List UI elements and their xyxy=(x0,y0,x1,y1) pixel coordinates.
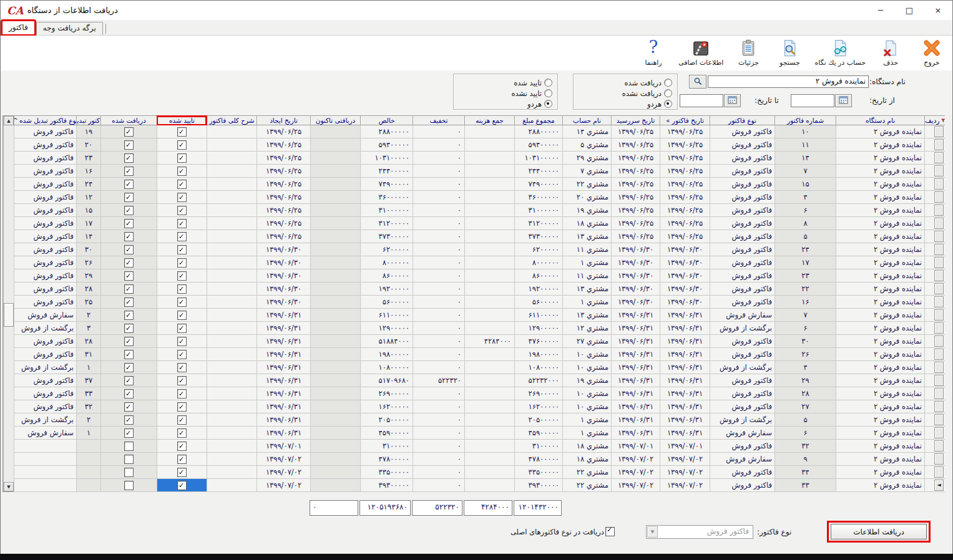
cell-device[interactable]: نماینده فروش ۲ xyxy=(836,125,924,138)
cell-rowsel[interactable] xyxy=(924,204,945,217)
cell-desc[interactable] xyxy=(207,400,257,413)
cell-no[interactable]: ۶ xyxy=(775,427,836,440)
exit-button[interactable]: خروج xyxy=(911,37,952,67)
cell-no[interactable]: ۷ xyxy=(775,309,836,322)
cell-no[interactable]: ۲۹ xyxy=(775,374,836,387)
column-header-total[interactable]: مجموع مبلغ xyxy=(514,116,562,125)
cell-desc[interactable] xyxy=(207,165,257,178)
row-selector[interactable] xyxy=(934,152,944,163)
cell-account[interactable]: مشتري ۲۰ xyxy=(562,191,611,204)
cell-account[interactable]: مشتري ۱ xyxy=(562,427,611,440)
cell-expense[interactable] xyxy=(464,309,514,322)
cell-due_date[interactable]: ۱۳۹۹/۰۶/۳۱ xyxy=(611,335,660,348)
cell-net[interactable]: ۴۵۹۰۰۰۰۰ xyxy=(360,427,413,440)
cell-created[interactable]: ۱۳۹۹/۰۶/۳۰ xyxy=(257,243,310,256)
cell-received[interactable] xyxy=(100,479,157,492)
cell-received_amt[interactable] xyxy=(310,152,360,165)
cell-inv_date[interactable]: ۱۳۹۹/۰۶/۳۰ xyxy=(660,296,710,309)
cell-expense[interactable] xyxy=(464,269,514,282)
cell-total[interactable]: ۳۱۰۰۰۰۰۰ xyxy=(514,204,562,217)
cell-conv_type[interactable]: فاکتور فروش xyxy=(14,400,76,413)
cell-rowsel[interactable] xyxy=(924,413,945,427)
cell-due_date[interactable]: ۱۳۹۹/۰۶/۲۵ xyxy=(611,138,660,152)
cell-total[interactable]: ۱۹۲۰۰۰۰۰ xyxy=(514,282,562,296)
column-header-rowsel[interactable]: ردیف xyxy=(924,116,945,125)
cell-type[interactable]: سفارش فروش xyxy=(710,427,775,440)
received-checkbox[interactable] xyxy=(124,245,134,254)
cell-received[interactable] xyxy=(100,335,157,348)
cell-confirmed[interactable] xyxy=(157,152,207,165)
cell-received[interactable] xyxy=(100,217,157,230)
cell-received[interactable] xyxy=(100,374,157,387)
cell-discount[interactable]: ۰ xyxy=(413,243,464,256)
cell-received_amt[interactable] xyxy=(310,138,360,152)
cell-account[interactable]: مشتري ۱ xyxy=(562,256,611,269)
receive-info-button[interactable]: دریافت اطلاعات xyxy=(831,524,927,539)
cell-inv_date[interactable]: ۱۳۹۹/۰۶/۳۱ xyxy=(660,374,710,387)
cell-total[interactable]: ۴۵۹۰۰۰۰۰ xyxy=(514,427,562,440)
cell-total[interactable]: ۵۶۰۰۰۰۰ xyxy=(514,296,562,309)
row-selector[interactable] xyxy=(934,322,944,334)
cell-rowsel[interactable] xyxy=(924,178,945,191)
cell-no[interactable]: ۶ xyxy=(775,322,836,335)
cell-total[interactable]: ۲۰۵۰۰۰۰۰ xyxy=(514,413,562,427)
cell-no[interactable]: ۲۶ xyxy=(775,348,836,361)
cell-inv_date[interactable]: ۱۳۹۹/۰۶/۲۵ xyxy=(660,204,710,217)
cell-no[interactable]: ۱۶ xyxy=(775,296,836,309)
row-selector[interactable] xyxy=(934,178,944,190)
cell-net[interactable]: ۱۹۲۰۰۰۰۰ xyxy=(360,282,413,296)
cell-device[interactable]: نماینده فروش ۲ xyxy=(836,256,924,269)
cell-device[interactable]: نماینده فروش ۲ xyxy=(836,400,924,413)
delete-button[interactable]: حذف xyxy=(870,37,911,67)
cell-type[interactable]: فاکتور فروش xyxy=(710,152,775,165)
cell-type[interactable]: فاکتور فروش xyxy=(710,479,775,492)
cell-discount[interactable]: ۰ xyxy=(413,282,464,296)
cell-inv_date[interactable]: ۱۳۹۹/۰۶/۲۵ xyxy=(660,230,710,243)
confirmed-checkbox[interactable] xyxy=(177,167,187,176)
row-selector[interactable] xyxy=(934,257,944,268)
close-icon[interactable]: × xyxy=(924,1,952,20)
cell-conv_no[interactable]: ۳۲ xyxy=(76,400,100,413)
cell-received_amt[interactable] xyxy=(310,479,360,492)
cell-rowsel[interactable] xyxy=(924,466,945,479)
cell-received_amt[interactable] xyxy=(310,322,360,335)
cell-rowsel[interactable] xyxy=(924,282,945,296)
confirmed-checkbox[interactable] xyxy=(177,180,187,189)
cell-no[interactable]: ۸ xyxy=(775,217,836,230)
cell-received[interactable] xyxy=(100,152,157,165)
scrollbar-thumb[interactable] xyxy=(4,303,14,327)
cell-received[interactable] xyxy=(100,322,157,335)
cell-inv_date[interactable]: ۱۳۹۹/۰۷/۰۲ xyxy=(660,453,710,466)
invoice-type-dropdown[interactable]: فاکتور فروش ▼ xyxy=(646,525,753,539)
cell-received[interactable] xyxy=(100,178,157,191)
cell-received_amt[interactable] xyxy=(310,230,360,243)
cell-device[interactable]: نماینده فروش ۲ xyxy=(836,178,924,191)
cell-type[interactable]: فاکتور فروش xyxy=(710,217,775,230)
received-checkbox[interactable] xyxy=(124,442,134,451)
cell-net[interactable]: ۱۶۲۰۰۰۰۰ xyxy=(360,400,413,413)
tab-invoice[interactable]: فاکتور xyxy=(2,21,35,35)
cell-confirmed[interactable] xyxy=(157,125,207,138)
cell-account[interactable]: مشتري ۱۰ xyxy=(562,400,611,413)
cell-conv_no[interactable]: ۲۰ xyxy=(76,138,100,152)
cell-expense[interactable] xyxy=(464,322,514,335)
cell-conv_type[interactable]: فاکتور فروش xyxy=(14,387,76,400)
cell-account[interactable]: مشتري ۱۰ xyxy=(562,348,611,361)
cell-created[interactable]: ۱۳۹۹/۰۶/۳۱ xyxy=(257,387,310,400)
cell-desc[interactable] xyxy=(207,387,257,400)
cell-received_amt[interactable] xyxy=(310,204,360,217)
cell-due_date[interactable]: ۱۳۹۹/۰۶/۲۵ xyxy=(611,204,660,217)
cell-discount[interactable]: ۰ xyxy=(413,479,464,492)
cell-discount[interactable]: ۰ xyxy=(413,361,464,374)
cell-created[interactable]: ۱۳۹۹/۰۶/۳۱ xyxy=(257,413,310,427)
cell-conv_type[interactable]: سفارش فروش xyxy=(14,309,76,322)
received-checkbox[interactable] xyxy=(124,232,134,241)
cell-total[interactable]: ۱۹۸۰۰۰۰۰ xyxy=(514,348,562,361)
cell-conv_type[interactable]: فاکتور فروش xyxy=(14,191,76,204)
cell-due_date[interactable]: ۱۳۹۹/۰۶/۳۱ xyxy=(611,361,660,374)
cell-created[interactable]: ۱۳۹۹/۰۶/۳۱ xyxy=(257,335,310,348)
cell-discount[interactable]: ۰ xyxy=(413,296,464,309)
cell-rowsel[interactable] xyxy=(924,348,945,361)
cell-desc[interactable] xyxy=(207,309,257,322)
cell-total[interactable]: ۱۶۲۰۰۰۰۰ xyxy=(514,400,562,413)
